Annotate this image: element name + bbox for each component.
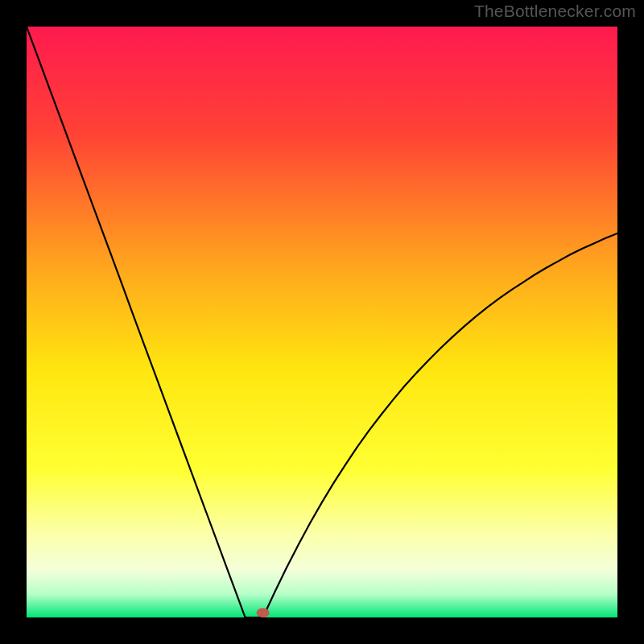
chart-svg [27, 27, 617, 617]
chart-plot-area [27, 27, 617, 617]
chart-frame: TheBottlenecker.com [0, 0, 644, 644]
gradient-background [27, 27, 617, 617]
watermark-text: TheBottlenecker.com [474, 2, 636, 21]
optimal-point-marker [257, 608, 270, 617]
